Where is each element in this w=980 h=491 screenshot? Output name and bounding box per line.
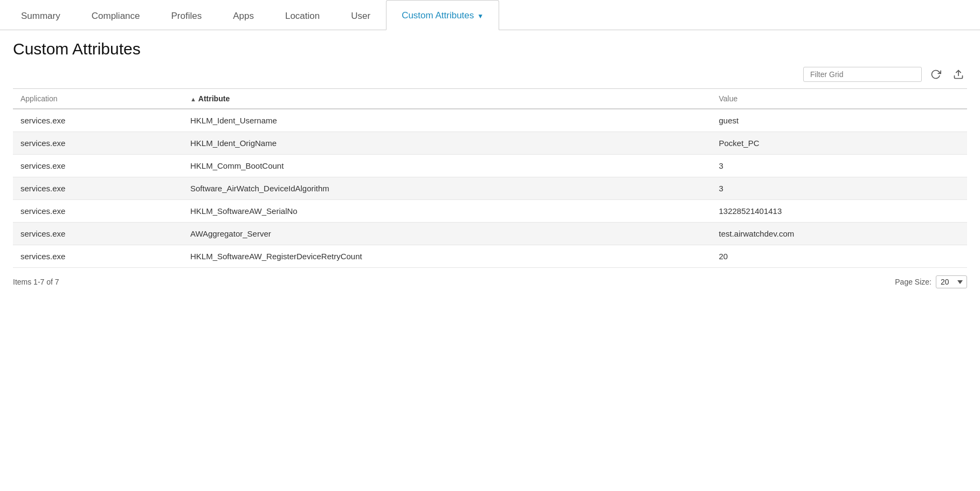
cell-attribute: AWAggregator_Server bbox=[183, 223, 712, 245]
cell-application: services.exe bbox=[13, 155, 183, 177]
cell-application: services.exe bbox=[13, 223, 183, 245]
cell-value: test.airwatchdev.com bbox=[712, 223, 968, 245]
col-header-attribute[interactable]: ▲Attribute bbox=[183, 89, 712, 109]
tab-dropdown-arrow: ▼ bbox=[477, 12, 484, 20]
col-header-value[interactable]: Value bbox=[712, 89, 968, 109]
cell-value: 3 bbox=[712, 177, 968, 200]
tab-bar: SummaryComplianceProfilesAppsLocationUse… bbox=[0, 0, 980, 30]
cell-attribute: HKLM_SoftwareAW_SerialNo bbox=[183, 200, 712, 223]
table-row: services.exeHKLM_SoftwareAW_SerialNo1322… bbox=[13, 200, 967, 223]
tab-custom-attributes[interactable]: Custom Attributes▼ bbox=[386, 0, 499, 30]
cell-value: guest bbox=[712, 109, 968, 132]
cell-attribute: HKLM_SoftwareAW_RegisterDeviceRetryCount bbox=[183, 245, 712, 268]
tab-apps[interactable]: Apps bbox=[217, 1, 270, 30]
col-label-application: Application bbox=[20, 94, 58, 103]
tab-compliance[interactable]: Compliance bbox=[76, 1, 156, 30]
page-size-label: Page Size: bbox=[895, 278, 931, 286]
refresh-button[interactable] bbox=[927, 67, 944, 82]
table-footer: Items 1-7 of 7 Page Size: 102050100 bbox=[13, 275, 967, 288]
table-row: services.exeHKLM_Comm_BootCount3 bbox=[13, 155, 967, 177]
col-header-application[interactable]: Application bbox=[13, 89, 183, 109]
cell-application: services.exe bbox=[13, 177, 183, 200]
custom-attributes-table: Application▲AttributeValue services.exeH… bbox=[13, 88, 967, 268]
table-header-row: Application▲AttributeValue bbox=[13, 89, 967, 109]
tab-user[interactable]: User bbox=[335, 1, 386, 30]
page-title: Custom Attributes bbox=[13, 40, 967, 58]
table-row: services.exeHKLM_Ident_OrigNamePocket_PC bbox=[13, 132, 967, 155]
cell-value: 13228521401413 bbox=[712, 200, 968, 223]
sort-arrow-attribute: ▲ bbox=[190, 96, 196, 102]
cell-attribute: Software_AirWatch_DeviceIdAlgorithm bbox=[183, 177, 712, 200]
export-icon bbox=[953, 69, 964, 80]
page-size-select[interactable]: 102050100 bbox=[936, 275, 967, 288]
tab-profiles[interactable]: Profiles bbox=[156, 1, 218, 30]
table-row: services.exeHKLM_SoftwareAW_RegisterDevi… bbox=[13, 245, 967, 268]
table-row: services.exeSoftware_AirWatch_DeviceIdAl… bbox=[13, 177, 967, 200]
cell-application: services.exe bbox=[13, 109, 183, 132]
items-count: Items 1-7 of 7 bbox=[13, 278, 59, 286]
cell-attribute: HKLM_Ident_Username bbox=[183, 109, 712, 132]
filter-input[interactable] bbox=[803, 67, 922, 82]
table-body: services.exeHKLM_Ident_Usernameguestserv… bbox=[13, 109, 967, 268]
page-content: Custom Attributes Application▲AttributeV… bbox=[0, 30, 980, 298]
page-size-container: Page Size: 102050100 bbox=[895, 275, 967, 288]
table-row: services.exeAWAggregator_Servertest.airw… bbox=[13, 223, 967, 245]
table-header: Application▲AttributeValue bbox=[13, 89, 967, 109]
col-label-value: Value bbox=[719, 94, 738, 103]
cell-application: services.exe bbox=[13, 245, 183, 268]
toolbar-row bbox=[13, 67, 967, 82]
cell-application: services.exe bbox=[13, 132, 183, 155]
export-button[interactable] bbox=[950, 67, 967, 82]
refresh-icon bbox=[930, 69, 941, 80]
cell-value: 3 bbox=[712, 155, 968, 177]
cell-attribute: HKLM_Comm_BootCount bbox=[183, 155, 712, 177]
cell-application: services.exe bbox=[13, 200, 183, 223]
cell-value: Pocket_PC bbox=[712, 132, 968, 155]
tab-summary[interactable]: Summary bbox=[5, 1, 76, 30]
cell-attribute: HKLM_Ident_OrigName bbox=[183, 132, 712, 155]
tab-location[interactable]: Location bbox=[270, 1, 335, 30]
cell-value: 20 bbox=[712, 245, 968, 268]
table-row: services.exeHKLM_Ident_Usernameguest bbox=[13, 109, 967, 132]
col-label-attribute: Attribute bbox=[198, 94, 230, 103]
